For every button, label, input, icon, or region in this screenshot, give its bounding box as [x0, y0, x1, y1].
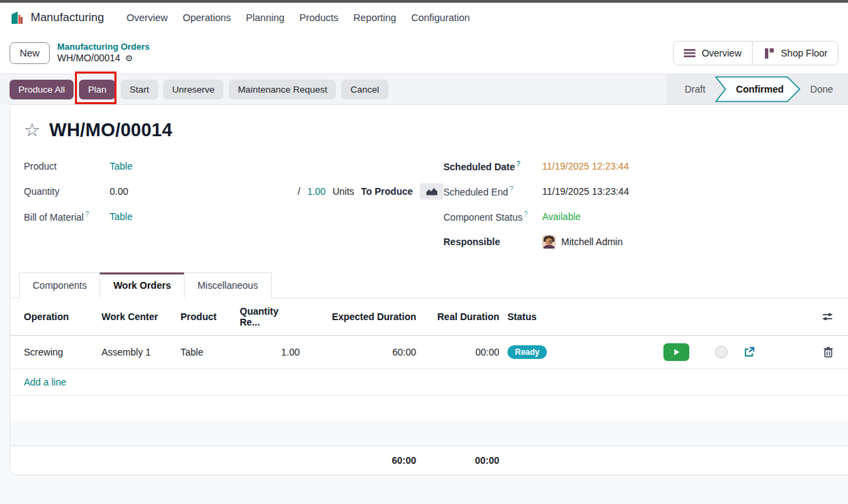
row-actions: [620, 343, 844, 361]
tab-components[interactable]: Components: [19, 272, 100, 298]
shop-floor-button[interactable]: Shop Floor: [752, 42, 838, 65]
cell-status: Ready: [503, 336, 616, 369]
view-switcher: Overview Shop Floor: [673, 41, 838, 65]
col-status[interactable]: Status: [503, 298, 616, 336]
cell-work-center[interactable]: Assembly 1: [97, 336, 176, 369]
col-quantity[interactable]: Quantity Re...: [236, 298, 304, 336]
cell-product[interactable]: Table: [176, 336, 236, 369]
tab-bar: Components Work Orders Miscellaneous: [10, 272, 848, 298]
total-expected-duration: 60:00: [304, 446, 420, 475]
breadcrumb-current: WH/MO/00014 ⚙: [57, 52, 150, 65]
tab-miscellaneous[interactable]: Miscellaneous: [184, 272, 272, 298]
cell-operation[interactable]: Screwing: [10, 336, 97, 369]
nav-item-configuration[interactable]: Configuration: [404, 8, 477, 27]
scheduled-date-help-icon: ?: [516, 160, 520, 168]
nav-item-operations[interactable]: Operations: [175, 8, 238, 27]
new-button[interactable]: New: [10, 42, 50, 64]
breadcrumb-current-label: WH/MO/00014: [57, 52, 121, 65]
overview-view-button[interactable]: Overview: [674, 42, 751, 65]
nav-item-overview[interactable]: Overview: [119, 8, 175, 27]
col-work-center[interactable]: Work Center: [97, 298, 176, 336]
responsible-value[interactable]: Mitchell Admin: [561, 236, 623, 247]
scheduled-end-value[interactable]: 11/19/2025 13:23:44: [542, 186, 629, 197]
quantity-producing-input[interactable]: 0.00: [110, 186, 128, 197]
empty-row: [10, 421, 848, 446]
record-title: WH/MO/00014: [49, 120, 172, 141]
field-column-left: Product Table Quantity 0.00 / 1.00 Units…: [24, 153, 443, 254]
component-status-label: Component Status?: [443, 210, 542, 223]
delete-row-icon[interactable]: [823, 347, 833, 358]
field-scheduled-date: Scheduled Date? 11/19/2025 12:23:44: [443, 153, 834, 178]
unreserve-button[interactable]: Unreserve: [163, 80, 223, 99]
area-chart-icon: [426, 187, 437, 195]
shop-floor-label: Shop Floor: [781, 48, 828, 59]
progress-circle-icon[interactable]: [715, 346, 727, 358]
hamburger-icon: [684, 48, 695, 58]
add-line-row: Add a line: [10, 369, 848, 396]
col-product[interactable]: Product: [176, 298, 236, 336]
app-brand[interactable]: Manufacturing: [10, 10, 104, 25]
status-step-confirmed-label: Confirmed: [732, 84, 784, 95]
add-a-line-link[interactable]: Add a line: [10, 369, 848, 396]
field-grid: Product Table Quantity 0.00 / 1.00 Units…: [24, 153, 834, 254]
bom-value-link[interactable]: Table: [110, 211, 132, 222]
cell-quantity[interactable]: 1.00: [236, 336, 304, 369]
external-link-icon[interactable]: [744, 347, 755, 358]
produce-all-button[interactable]: Produce All: [10, 80, 74, 99]
scheduled-end-help-icon: ?: [509, 185, 514, 193]
scheduled-date-label: Scheduled Date?: [443, 160, 542, 172]
action-strip: Produce All Plan Start Unreserve Mainten…: [0, 74, 848, 104]
status-bar: Draft Confirmed Done: [667, 74, 848, 104]
field-column-right: Scheduled Date? 11/19/2025 12:23:44 Sche…: [443, 153, 834, 254]
cell-real-duration[interactable]: 00:00: [420, 336, 503, 369]
cancel-button[interactable]: Cancel: [341, 80, 388, 99]
product-value-link[interactable]: Table: [110, 161, 132, 172]
plan-button[interactable]: Plan: [79, 80, 115, 99]
scheduled-date-value[interactable]: 11/19/2025 12:23:44: [542, 161, 629, 172]
breadcrumb-parent-link[interactable]: Manufacturing Orders: [57, 42, 150, 52]
maintenance-request-button[interactable]: Maintenance Request: [229, 80, 336, 99]
cell-expected-duration[interactable]: 60:00: [304, 336, 420, 369]
quantity-right-group: / 1.00 Units To Produce: [298, 183, 443, 200]
nav-item-reporting[interactable]: Reporting: [346, 8, 404, 27]
table-header-row: Operation Work Center Product Quantity R…: [10, 298, 848, 336]
status-step-draft[interactable]: Draft: [675, 84, 714, 95]
title-row: ☆ WH/MO/00014: [24, 120, 834, 141]
responsible-label: Responsible: [443, 236, 542, 247]
nav-item-products[interactable]: Products: [292, 8, 346, 27]
gear-icon[interactable]: ⚙: [125, 53, 134, 64]
scheduled-end-label: Scheduled End?: [443, 185, 542, 198]
component-status-value: Available: [542, 211, 581, 222]
col-expected-duration[interactable]: Expected Duration: [304, 298, 420, 336]
status-step-done[interactable]: Done: [801, 84, 843, 95]
avatar: [542, 235, 556, 249]
field-responsible: Responsible Mitchell Admin: [443, 229, 834, 254]
quantity-target-value[interactable]: 1.00: [307, 186, 326, 197]
field-bom: Bill of Material? Table: [24, 204, 443, 229]
manufacturing-app-icon: [10, 10, 25, 25]
col-real-duration[interactable]: Real Duration: [420, 298, 503, 336]
nav-item-planning[interactable]: Planning: [238, 8, 292, 27]
bom-help-icon: ?: [85, 210, 89, 218]
start-workorder-button[interactable]: [663, 343, 689, 361]
favorite-star-icon[interactable]: ☆: [24, 121, 40, 140]
forecast-graph-button[interactable]: [420, 183, 443, 200]
top-nav: Manufacturing Overview Operations Planni…: [0, 3, 848, 33]
start-button[interactable]: Start: [121, 80, 158, 99]
optional-columns-icon[interactable]: [620, 311, 833, 322]
empty-row: [10, 396, 848, 421]
app-name: Manufacturing: [31, 11, 104, 25]
tab-work-orders[interactable]: Work Orders: [99, 272, 185, 298]
form-sheet: ☆ WH/MO/00014 Product Table Quantity 0.0…: [10, 104, 848, 475]
notebook: Components Work Orders Miscellaneous Ope…: [10, 272, 848, 475]
status-badge: Ready: [507, 345, 547, 359]
quantity-slash: /: [298, 186, 300, 197]
sheet-background: ☆ WH/MO/00014 Product Table Quantity 0.0…: [0, 104, 848, 504]
col-operation[interactable]: Operation: [10, 298, 97, 336]
work-order-row[interactable]: Screwing Assembly 1 Table 1.00 60:00 00:…: [10, 336, 848, 369]
field-quantity: Quantity 0.00 / 1.00 Units To Produce: [24, 178, 443, 204]
overview-view-label: Overview: [702, 48, 741, 59]
play-icon: [672, 348, 680, 356]
status-step-confirmed[interactable]: Confirmed: [715, 76, 801, 102]
quantity-label: Quantity: [24, 186, 110, 197]
